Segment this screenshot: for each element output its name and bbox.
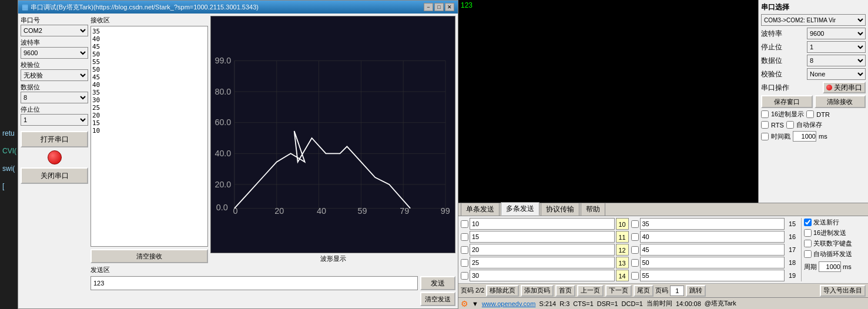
settings-title: 串口选择 bbox=[761, 2, 866, 12]
databits-select[interactable]: 8 bbox=[21, 92, 88, 103]
parity-select[interactable]: 无校验 bbox=[21, 69, 88, 81]
send-input[interactable] bbox=[91, 276, 418, 290]
numpad-link-checkbox[interactable] bbox=[804, 240, 812, 247]
parity-setting-label: 校验位 bbox=[761, 69, 782, 79]
send-entry-12: 12 bbox=[461, 244, 629, 256]
auto-save-label: 自动保存 bbox=[796, 120, 822, 129]
svg-text:80.0: 80.0 bbox=[215, 87, 231, 96]
receive-label: 接收区 bbox=[91, 16, 208, 25]
send-label: 发送区 bbox=[91, 266, 455, 274]
tab-protocol[interactable]: 协议传输 bbox=[541, 203, 579, 216]
open-port-button[interactable]: 打开串口 bbox=[21, 131, 88, 147]
send-entry-10: 10 bbox=[461, 218, 629, 230]
send-entry-15: 15 bbox=[631, 218, 799, 230]
timestamp-checkbox[interactable] bbox=[761, 133, 769, 140]
tab-multi-send[interactable]: 多条发送 bbox=[501, 202, 539, 216]
receive-textarea[interactable] bbox=[91, 26, 208, 247]
main-display: 接收区 清空接收 bbox=[91, 16, 455, 306]
maximize-button[interactable]: □ bbox=[434, 3, 444, 11]
svg-text:20.0: 20.0 bbox=[215, 180, 231, 189]
entry-15-input[interactable] bbox=[640, 218, 785, 230]
entry-11-input[interactable] bbox=[470, 231, 615, 243]
status-red-circle bbox=[48, 150, 62, 164]
close-serial-button[interactable]: 关闭串口 bbox=[823, 82, 866, 93]
time-value: 14:00:08 bbox=[676, 300, 701, 307]
prev-page-button[interactable]: 上一页 bbox=[577, 285, 604, 297]
terminal-content[interactable] bbox=[458, 11, 758, 203]
send-entry-14: 14 bbox=[461, 270, 629, 281]
save-window-button[interactable]: 保存窗口 bbox=[761, 95, 813, 108]
baud-setting-select[interactable]: 9600 bbox=[807, 28, 866, 39]
baud-select[interactable]: 9600 bbox=[21, 47, 88, 59]
first-page-button[interactable]: 首页 bbox=[555, 285, 575, 297]
entry-13-input[interactable] bbox=[470, 257, 615, 268]
entry-12-checkbox[interactable] bbox=[461, 246, 468, 254]
timestamp-input[interactable] bbox=[793, 131, 816, 142]
status-url: www.openedv.com bbox=[482, 300, 536, 307]
settings-port-select[interactable]: COM3->COM2: ELTIMA Vir bbox=[761, 14, 866, 26]
hex-send-checkbox[interactable] bbox=[804, 229, 812, 237]
entry-13-checkbox[interactable] bbox=[461, 259, 468, 267]
entry-18-checkbox[interactable] bbox=[631, 259, 639, 267]
receive-area: 接收区 清空接收 bbox=[91, 16, 208, 263]
auto-save-checkbox[interactable] bbox=[786, 121, 794, 129]
send-button[interactable]: 发送 bbox=[420, 276, 455, 290]
tab-single-send[interactable]: 单条发送 bbox=[461, 203, 500, 216]
entry-17-input[interactable] bbox=[640, 244, 785, 256]
hex-display-label: 16进制显示 bbox=[771, 110, 804, 119]
remove-page-button[interactable]: 移除此页 bbox=[486, 285, 519, 297]
entry-11-checkbox[interactable] bbox=[461, 233, 468, 241]
entry-16-input[interactable] bbox=[640, 231, 785, 243]
next-page-button[interactable]: 下一页 bbox=[605, 285, 632, 297]
entry-14-checkbox[interactable] bbox=[461, 272, 468, 280]
right-section: 123 串口选择 COM3->COM2: ELTIMA Vir 波特率 9600… bbox=[458, 0, 868, 309]
period-input[interactable] bbox=[819, 261, 841, 272]
rts-checkbox[interactable] bbox=[761, 121, 769, 129]
port-select[interactable]: COM2 bbox=[21, 25, 88, 36]
close-window-button[interactable]: ✕ bbox=[445, 3, 454, 11]
entry-17-checkbox[interactable] bbox=[631, 246, 639, 254]
entry-14-input[interactable] bbox=[470, 270, 615, 281]
stopbits-label: 停止位 bbox=[21, 105, 88, 114]
entry-10-num: 10 bbox=[616, 218, 629, 230]
minimize-button[interactable]: − bbox=[424, 3, 433, 11]
entry-15-checkbox[interactable] bbox=[631, 220, 639, 228]
data-setting-select[interactable]: 8 bbox=[807, 55, 866, 66]
stop-setting-select[interactable]: 1 bbox=[807, 41, 866, 53]
hex-display-checkbox[interactable] bbox=[761, 110, 769, 118]
clear-send-button[interactable]: 清空发送 bbox=[420, 292, 455, 306]
page-number-input[interactable] bbox=[670, 286, 684, 296]
dtr-checkbox[interactable] bbox=[806, 110, 814, 118]
entry-12-input[interactable] bbox=[470, 244, 615, 256]
parity-setting-select[interactable]: None bbox=[807, 68, 866, 80]
parity-label: 校验位 bbox=[21, 61, 88, 69]
waveform-label: 波形显示 bbox=[210, 254, 455, 263]
send-newline-checkbox[interactable] bbox=[804, 219, 812, 226]
svg-text:40: 40 bbox=[317, 206, 326, 216]
stopbits-select[interactable]: 1 bbox=[21, 114, 88, 126]
entry-19-checkbox[interactable] bbox=[631, 272, 639, 280]
tab-help[interactable]: 帮助 bbox=[581, 203, 605, 216]
entry-16-checkbox[interactable] bbox=[631, 233, 639, 241]
send-entry-11: 11 bbox=[461, 231, 629, 243]
add-page-button[interactable]: 添加页码 bbox=[521, 285, 554, 297]
settings-panel: 串口选择 COM3->COM2: ELTIMA Vir 波特率 9600 停止位… bbox=[758, 0, 868, 203]
auto-loop-checkbox[interactable] bbox=[804, 250, 812, 258]
entry-19-input[interactable] bbox=[640, 270, 785, 281]
waveform-svg: 99.0 80.0 60.0 40.0 20.0 0.0 0 20 40 59 bbox=[213, 19, 453, 250]
last-page-button[interactable]: 尾页 bbox=[634, 285, 653, 297]
entry-10-input[interactable] bbox=[470, 218, 615, 230]
clear-receive-button[interactable]: 清空接收 bbox=[91, 249, 208, 263]
entry-18-input[interactable] bbox=[640, 257, 785, 268]
clear-receive-settings-button[interactable]: 清除接收 bbox=[815, 95, 866, 108]
jump-button[interactable]: 跳转 bbox=[686, 285, 706, 297]
numpad-link-label: 关联数字键盘 bbox=[813, 239, 852, 248]
entry-18-num: 18 bbox=[786, 257, 799, 268]
export-button[interactable]: 导入号出条目 bbox=[820, 285, 866, 297]
entry-10-checkbox[interactable] bbox=[461, 220, 468, 228]
close-port-button[interactable]: 关闭串口 bbox=[21, 167, 88, 184]
rts-label: RTS bbox=[771, 122, 784, 129]
waveform-area: 99.0 80.0 60.0 40.0 20.0 0.0 0 20 40 59 bbox=[210, 16, 455, 263]
waveform-container: 99.0 80.0 60.0 40.0 20.0 0.0 0 20 40 59 bbox=[210, 16, 455, 253]
entry-11-num: 11 bbox=[616, 231, 629, 243]
